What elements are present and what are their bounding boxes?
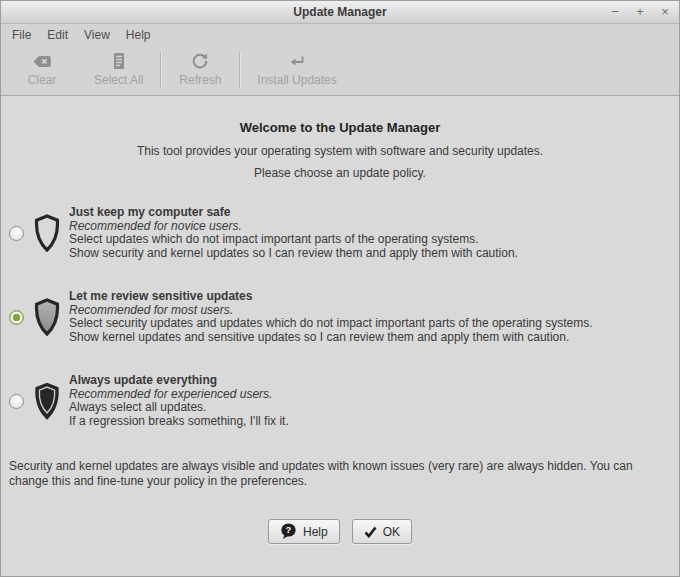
install-updates-label: Install Updates	[257, 73, 336, 87]
menu-edit[interactable]: Edit	[39, 26, 76, 44]
policy-line: Select security updates and updates whic…	[69, 317, 593, 331]
clear-button[interactable]: Clear	[5, 45, 79, 95]
install-return-arrow-icon	[288, 52, 306, 70]
policy-line: Select updates which do not impact impor…	[69, 233, 518, 247]
welcome-prompt: Please choose an update policy.	[9, 166, 671, 180]
welcome-title: Welcome to the Update Manager	[9, 120, 671, 135]
shield-black-icon	[33, 382, 61, 420]
update-policy-options: Just keep my computer safe Recommended f…	[9, 206, 671, 428]
refresh-button[interactable]: Refresh	[163, 45, 237, 95]
window-controls: − + ×	[607, 1, 673, 23]
refresh-icon	[191, 52, 209, 70]
policy-option-review-sensitive[interactable]: Let me review sensitive updates Recommen…	[9, 290, 671, 344]
policy-footnote: Security and kernel updates are always v…	[9, 459, 671, 489]
policy-recommendation: Recommended for novice users.	[69, 220, 518, 234]
policy-option-update-everything[interactable]: Always update everything Recommended for…	[9, 374, 671, 428]
menu-help[interactable]: Help	[118, 26, 159, 44]
help-button[interactable]: ? Help	[268, 519, 340, 544]
content-area: Welcome to the Update Manager This tool …	[1, 96, 679, 576]
toolbar-separator	[239, 52, 240, 88]
radio-button[interactable]	[9, 226, 24, 241]
policy-title: Always update everything	[69, 374, 289, 388]
close-button[interactable]: ×	[657, 4, 673, 20]
clear-label: Clear	[28, 73, 57, 87]
window-title: Update Manager	[1, 5, 679, 19]
select-all-document-icon	[111, 52, 127, 70]
welcome-subtitle: This tool provides your operating system…	[9, 144, 671, 158]
svg-text:?: ?	[286, 524, 292, 535]
shield-outline-icon	[33, 214, 61, 252]
menu-file[interactable]: File	[4, 26, 39, 44]
refresh-label: Refresh	[179, 73, 221, 87]
policy-text: Just keep my computer safe Recommended f…	[69, 206, 518, 260]
policy-line: Show kernel updates and sensitive update…	[69, 331, 593, 345]
policy-line: Always select all updates.	[69, 401, 289, 415]
welcome-section: Welcome to the Update Manager This tool …	[9, 120, 671, 180]
select-all-label: Select All	[94, 73, 143, 87]
policy-line: Show security and kernel updates so I ca…	[69, 247, 518, 261]
menu-view[interactable]: View	[76, 26, 118, 44]
install-updates-button[interactable]: Install Updates	[242, 45, 351, 95]
policy-recommendation: Recommended for experienced users.	[69, 388, 289, 402]
action-buttons: ? Help OK	[9, 519, 671, 544]
minimize-button[interactable]: −	[607, 4, 623, 20]
radio-button[interactable]	[9, 394, 24, 409]
maximize-button[interactable]: +	[632, 4, 648, 20]
select-all-button[interactable]: Select All	[79, 45, 158, 95]
titlebar: Update Manager − + ×	[1, 1, 679, 24]
ok-button-label: OK	[383, 525, 400, 539]
policy-text: Always update everything Recommended for…	[69, 374, 289, 428]
shield-gray-icon	[33, 298, 61, 336]
policy-recommendation: Recommended for most users.	[69, 304, 593, 318]
radio-button[interactable]	[9, 310, 24, 325]
ok-button[interactable]: OK	[352, 519, 412, 544]
policy-line: If a regression breaks something, I'll f…	[69, 415, 289, 429]
clear-tag-icon	[32, 52, 52, 70]
checkmark-icon	[364, 526, 377, 538]
policy-option-safe[interactable]: Just keep my computer safe Recommended f…	[9, 206, 671, 260]
policy-title: Let me review sensitive updates	[69, 290, 593, 304]
toolbar-separator	[160, 52, 161, 88]
policy-title: Just keep my computer safe	[69, 206, 518, 220]
help-button-label: Help	[303, 525, 328, 539]
toolbar: Clear Select All Refresh	[1, 45, 679, 96]
menubar: File Edit View Help	[1, 24, 679, 45]
policy-text: Let me review sensitive updates Recommen…	[69, 290, 593, 344]
update-manager-window: Update Manager − + × File Edit View Help…	[0, 0, 680, 577]
help-bubble-icon: ?	[280, 523, 297, 540]
